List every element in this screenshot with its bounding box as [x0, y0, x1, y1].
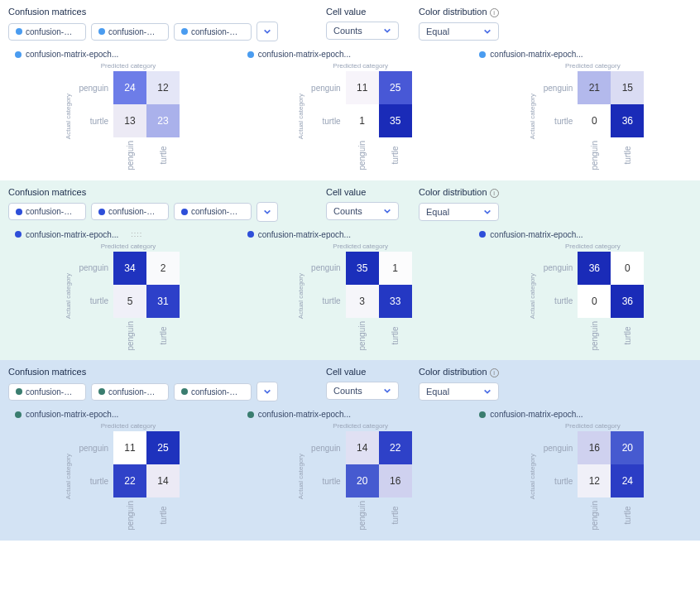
matrix-title: confusion-matrix-epoch... [247, 410, 460, 419]
control-label: Confusion matrices [8, 367, 306, 377]
matrices-dropdown-button[interactable] [257, 382, 278, 401]
col-label: penguin [590, 141, 599, 171]
col-label: turtle [391, 141, 400, 171]
matrix-pill[interactable]: confusion-matri... [8, 23, 86, 41]
chevron-down-icon [483, 387, 491, 396]
controls-row: Confusion matricesconfusion-matri...conf… [8, 7, 692, 41]
matrices-row: confusion-matrix-epoch...::::Actual cate… [8, 230, 692, 351]
row-label: turtle [77, 464, 113, 497]
chevron-down-icon [483, 27, 491, 36]
col-label: turtle [159, 501, 168, 531]
info-icon[interactable]: i [490, 8, 499, 17]
confusion-matrix-card: confusion-matrix-epoch...Actual category… [247, 50, 460, 171]
matrix-cell: 12 [578, 464, 611, 497]
color-distribution-select[interactable]: Equal [419, 382, 499, 401]
matrix-pill[interactable]: confusion-matri... [174, 383, 252, 401]
matrix-cell: 23 [146, 104, 180, 137]
matrix-cell: 1 [346, 104, 379, 137]
confusion-matrix-card: confusion-matrix-epoch...Actual category… [479, 410, 692, 531]
drag-handle-icon[interactable]: :::: [131, 230, 142, 238]
row-label: turtle [77, 104, 113, 137]
run-dot-icon [181, 28, 188, 35]
matrix-cell: 36 [611, 104, 644, 137]
pill-label: confusion-matri... [108, 387, 161, 397]
confusion-matrix-card: confusion-matrix-epoch...Actual category… [479, 230, 692, 351]
pill-label: confusion-matri... [108, 207, 161, 216]
color-distribution-select[interactable]: Equal [419, 22, 499, 41]
control-label: Cell value [326, 7, 399, 17]
matrix-pill[interactable]: confusion-matri... [91, 203, 169, 220]
matrix-cell: 16 [379, 464, 412, 497]
matrix-cell: 36 [611, 285, 644, 318]
run-dot-icon [247, 51, 254, 58]
confusion-matrix: penguin2412turtle1323 [77, 71, 180, 137]
row-label: turtle [541, 104, 578, 137]
matrix-pill[interactable]: confusion-matri... [91, 23, 169, 41]
matrix-pill[interactable]: confusion-matri... [8, 203, 86, 220]
matrix-pill[interactable]: confusion-matri... [174, 203, 252, 220]
y-axis-label: Actual category [529, 454, 536, 499]
control-label: Confusion matrices [8, 7, 306, 17]
matrix-title: confusion-matrix-epoch... [479, 230, 692, 239]
chevron-down-icon [383, 207, 391, 215]
color-distribution-control: Color distributioniEqual [419, 367, 499, 401]
matrix-title: confusion-matrix-epoch...:::: [15, 230, 228, 239]
run-dot-icon [98, 28, 105, 35]
matrix-title: confusion-matrix-epoch... [247, 230, 460, 239]
info-icon[interactable]: i [490, 368, 499, 377]
row-label: penguin [77, 71, 113, 104]
chevron-down-icon [263, 27, 271, 36]
col-label: penguin [126, 321, 135, 351]
row-label: penguin [309, 71, 346, 104]
col-label: penguin [357, 321, 367, 351]
pill-label: confusion-matri... [108, 27, 161, 36]
run-dot-icon [247, 231, 254, 238]
chevron-down-icon [263, 208, 271, 216]
matrix-cell: 24 [611, 464, 644, 497]
row-label: penguin [541, 71, 578, 104]
color-distribution-select[interactable]: Equal [419, 203, 499, 221]
run-dot-icon [181, 388, 188, 395]
x-axis-label: Predicted category [101, 243, 156, 250]
matrix-section: Confusion matricesconfusion-matri...conf… [0, 0, 700, 180]
matrices-row: confusion-matrix-epoch...Actual category… [8, 410, 692, 531]
info-icon[interactable]: i [490, 189, 499, 198]
confusion-matrices-control: Confusion matricesconfusion-matri...conf… [8, 367, 306, 401]
pill-label: confusion-matri... [191, 27, 244, 36]
matrices-row: confusion-matrix-epoch...Actual category… [8, 50, 692, 171]
matrix-cell: 34 [113, 252, 146, 285]
matrix-pill[interactable]: confusion-matri... [8, 383, 86, 401]
chevron-down-icon [383, 26, 391, 35]
col-label: turtle [391, 321, 400, 351]
col-label: turtle [623, 501, 632, 531]
matrix-cell: 24 [113, 71, 146, 104]
run-dot-icon [247, 411, 254, 418]
matrices-dropdown-button[interactable] [257, 22, 278, 41]
cell-value-control: Cell valueCounts [326, 367, 399, 401]
cell-value-select[interactable]: Counts [326, 202, 399, 220]
y-axis-label: Actual category [297, 94, 304, 139]
cell-value-select[interactable]: Counts [326, 382, 399, 400]
control-label: Color distributioni [419, 367, 499, 377]
col-label: turtle [623, 321, 632, 351]
controls-row: Confusion matricesconfusion-matri...conf… [8, 367, 692, 401]
cell-value-select[interactable]: Counts [326, 22, 399, 40]
row-label: turtle [541, 464, 578, 497]
matrix-pill[interactable]: confusion-matri... [91, 383, 169, 401]
cell-value-control: Cell valueCounts [326, 7, 399, 41]
y-axis-label: Actual category [65, 454, 72, 499]
x-axis-label: Predicted category [333, 243, 388, 250]
matrix-cell: 0 [611, 252, 644, 285]
matrix-cell: 3 [346, 285, 379, 318]
col-label: turtle [159, 321, 168, 351]
matrix-cell: 25 [379, 71, 412, 104]
matrix-cell: 25 [146, 431, 180, 464]
y-axis-label: Actual category [297, 454, 304, 499]
run-dot-icon [98, 388, 105, 395]
matrix-pill[interactable]: confusion-matri... [174, 23, 252, 41]
run-dot-icon [16, 209, 22, 215]
confusion-matrix: penguin1620turtle1224 [541, 431, 644, 497]
matrices-dropdown-button[interactable] [257, 202, 278, 222]
confusion-matrix: penguin1125turtle2214 [77, 431, 180, 497]
matrix-cell: 21 [578, 71, 611, 104]
